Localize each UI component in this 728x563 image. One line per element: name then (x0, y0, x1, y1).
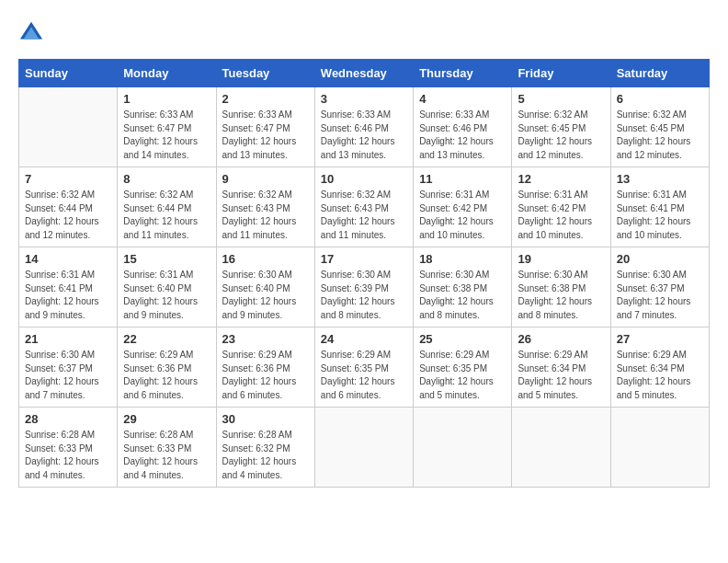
calendar-day-cell: 13 Sunrise: 6:31 AM Sunset: 6:41 PM Dayl… (610, 167, 709, 247)
day-info: Sunrise: 6:33 AM Sunset: 6:46 PM Dayligh… (419, 109, 506, 162)
calendar-day-cell: 24 Sunrise: 6:29 AM Sunset: 6:35 PM Dayl… (314, 327, 413, 408)
day-info: Sunrise: 6:31 AM Sunset: 6:41 PM Dayligh… (25, 269, 111, 322)
day-number: 6 (617, 92, 703, 106)
day-number: 13 (617, 172, 703, 186)
weekday-header: Tuesday (216, 60, 314, 87)
calendar-day-cell (414, 408, 512, 488)
day-number: 10 (321, 172, 407, 186)
calendar-day-cell: 29 Sunrise: 6:28 AM Sunset: 6:33 PM Dayl… (118, 408, 216, 488)
day-number: 1 (123, 92, 210, 106)
day-info: Sunrise: 6:29 AM Sunset: 6:36 PM Dayligh… (222, 349, 309, 402)
day-info: Sunrise: 6:31 AM Sunset: 6:42 PM Dayligh… (518, 189, 604, 242)
weekday-header: Sunday (19, 60, 118, 87)
day-number: 8 (123, 172, 210, 186)
day-number: 27 (617, 332, 703, 346)
day-number: 25 (419, 332, 506, 346)
day-number: 5 (518, 92, 604, 106)
calendar-header-row: SundayMondayTuesdayWednesdayThursdayFrid… (19, 60, 710, 87)
calendar-week-row: 21 Sunrise: 6:30 AM Sunset: 6:37 PM Dayl… (19, 327, 710, 408)
calendar-day-cell: 12 Sunrise: 6:31 AM Sunset: 6:42 PM Dayl… (512, 167, 610, 247)
day-info: Sunrise: 6:30 AM Sunset: 6:37 PM Dayligh… (617, 269, 703, 322)
calendar-day-cell: 8 Sunrise: 6:32 AM Sunset: 6:44 PM Dayli… (118, 167, 216, 247)
logo-icon (18, 18, 44, 44)
calendar-day-cell: 18 Sunrise: 6:30 AM Sunset: 6:38 PM Dayl… (414, 247, 512, 327)
weekday-header: Friday (512, 60, 610, 87)
day-number: 24 (321, 332, 407, 346)
calendar-day-cell: 1 Sunrise: 6:33 AM Sunset: 6:47 PM Dayli… (118, 87, 216, 167)
day-number: 4 (419, 92, 506, 106)
calendar-day-cell: 22 Sunrise: 6:29 AM Sunset: 6:36 PM Dayl… (118, 327, 216, 408)
day-info: Sunrise: 6:33 AM Sunset: 6:47 PM Dayligh… (222, 109, 309, 162)
weekday-header: Thursday (414, 60, 512, 87)
calendar-day-cell: 28 Sunrise: 6:28 AM Sunset: 6:33 PM Dayl… (19, 408, 118, 488)
calendar-day-cell: 3 Sunrise: 6:33 AM Sunset: 6:46 PM Dayli… (314, 87, 413, 167)
day-info: Sunrise: 6:30 AM Sunset: 6:40 PM Dayligh… (222, 269, 309, 322)
calendar-day-cell: 17 Sunrise: 6:30 AM Sunset: 6:39 PM Dayl… (314, 247, 413, 327)
calendar-day-cell: 9 Sunrise: 6:32 AM Sunset: 6:43 PM Dayli… (216, 167, 314, 247)
day-info: Sunrise: 6:30 AM Sunset: 6:37 PM Dayligh… (25, 349, 111, 402)
calendar-day-cell: 7 Sunrise: 6:32 AM Sunset: 6:44 PM Dayli… (19, 167, 118, 247)
calendar-day-cell (512, 408, 610, 488)
calendar-day-cell: 16 Sunrise: 6:30 AM Sunset: 6:40 PM Dayl… (216, 247, 314, 327)
calendar-day-cell: 5 Sunrise: 6:32 AM Sunset: 6:45 PM Dayli… (512, 87, 610, 167)
day-number: 26 (518, 332, 604, 346)
calendar-day-cell: 10 Sunrise: 6:32 AM Sunset: 6:43 PM Dayl… (314, 167, 413, 247)
calendar-week-row: 7 Sunrise: 6:32 AM Sunset: 6:44 PM Dayli… (19, 167, 710, 247)
day-number: 14 (25, 252, 111, 266)
day-number: 17 (321, 252, 407, 266)
calendar-day-cell: 2 Sunrise: 6:33 AM Sunset: 6:47 PM Dayli… (216, 87, 314, 167)
day-info: Sunrise: 6:31 AM Sunset: 6:41 PM Dayligh… (617, 189, 703, 242)
day-info: Sunrise: 6:33 AM Sunset: 6:47 PM Dayligh… (123, 109, 210, 162)
day-number: 28 (25, 412, 111, 426)
day-info: Sunrise: 6:29 AM Sunset: 6:35 PM Dayligh… (419, 349, 506, 402)
calendar-day-cell: 26 Sunrise: 6:29 AM Sunset: 6:34 PM Dayl… (512, 327, 610, 408)
day-number: 21 (25, 332, 111, 346)
day-info: Sunrise: 6:31 AM Sunset: 6:40 PM Dayligh… (123, 269, 210, 322)
weekday-header: Monday (118, 60, 216, 87)
day-number: 22 (123, 332, 210, 346)
calendar-day-cell: 30 Sunrise: 6:28 AM Sunset: 6:32 PM Dayl… (216, 408, 314, 488)
day-number: 12 (518, 172, 604, 186)
day-number: 15 (123, 252, 210, 266)
day-number: 7 (25, 172, 111, 186)
day-info: Sunrise: 6:32 AM Sunset: 6:44 PM Dayligh… (25, 189, 111, 242)
day-info: Sunrise: 6:29 AM Sunset: 6:35 PM Dayligh… (321, 349, 407, 402)
calendar-day-cell: 4 Sunrise: 6:33 AM Sunset: 6:46 PM Dayli… (414, 87, 512, 167)
calendar-day-cell: 6 Sunrise: 6:32 AM Sunset: 6:45 PM Dayli… (610, 87, 709, 167)
day-info: Sunrise: 6:32 AM Sunset: 6:43 PM Dayligh… (321, 189, 407, 242)
day-info: Sunrise: 6:29 AM Sunset: 6:34 PM Dayligh… (518, 349, 604, 402)
day-info: Sunrise: 6:29 AM Sunset: 6:34 PM Dayligh… (617, 349, 703, 402)
calendar-day-cell: 11 Sunrise: 6:31 AM Sunset: 6:42 PM Dayl… (414, 167, 512, 247)
calendar-day-cell: 15 Sunrise: 6:31 AM Sunset: 6:40 PM Dayl… (118, 247, 216, 327)
weekday-header: Saturday (610, 60, 709, 87)
day-info: Sunrise: 6:30 AM Sunset: 6:39 PM Dayligh… (321, 269, 407, 322)
day-info: Sunrise: 6:32 AM Sunset: 6:45 PM Dayligh… (518, 109, 604, 162)
day-info: Sunrise: 6:29 AM Sunset: 6:36 PM Dayligh… (123, 349, 210, 402)
day-number: 3 (321, 92, 407, 106)
day-info: Sunrise: 6:28 AM Sunset: 6:33 PM Dayligh… (25, 429, 111, 482)
logo (18, 18, 48, 44)
day-number: 19 (518, 252, 604, 266)
day-number: 9 (222, 172, 309, 186)
day-number: 16 (222, 252, 309, 266)
page-header (18, 18, 710, 44)
day-number: 30 (222, 412, 309, 426)
day-info: Sunrise: 6:32 AM Sunset: 6:43 PM Dayligh… (222, 189, 309, 242)
day-number: 20 (617, 252, 703, 266)
day-number: 23 (222, 332, 309, 346)
calendar-day-cell: 14 Sunrise: 6:31 AM Sunset: 6:41 PM Dayl… (19, 247, 118, 327)
day-number: 2 (222, 92, 309, 106)
day-info: Sunrise: 6:30 AM Sunset: 6:38 PM Dayligh… (419, 269, 506, 322)
day-number: 11 (419, 172, 506, 186)
day-info: Sunrise: 6:32 AM Sunset: 6:45 PM Dayligh… (617, 109, 703, 162)
calendar-header: SundayMondayTuesdayWednesdayThursdayFrid… (19, 60, 710, 87)
calendar-table: SundayMondayTuesdayWednesdayThursdayFrid… (18, 59, 710, 488)
day-info: Sunrise: 6:28 AM Sunset: 6:32 PM Dayligh… (222, 429, 309, 482)
calendar-day-cell (314, 408, 413, 488)
calendar-day-cell: 21 Sunrise: 6:30 AM Sunset: 6:37 PM Dayl… (19, 327, 118, 408)
calendar-day-cell (610, 408, 709, 488)
calendar-week-row: 14 Sunrise: 6:31 AM Sunset: 6:41 PM Dayl… (19, 247, 710, 327)
calendar-week-row: 28 Sunrise: 6:28 AM Sunset: 6:33 PM Dayl… (19, 408, 710, 488)
calendar-day-cell: 20 Sunrise: 6:30 AM Sunset: 6:37 PM Dayl… (610, 247, 709, 327)
day-number: 29 (123, 412, 210, 426)
